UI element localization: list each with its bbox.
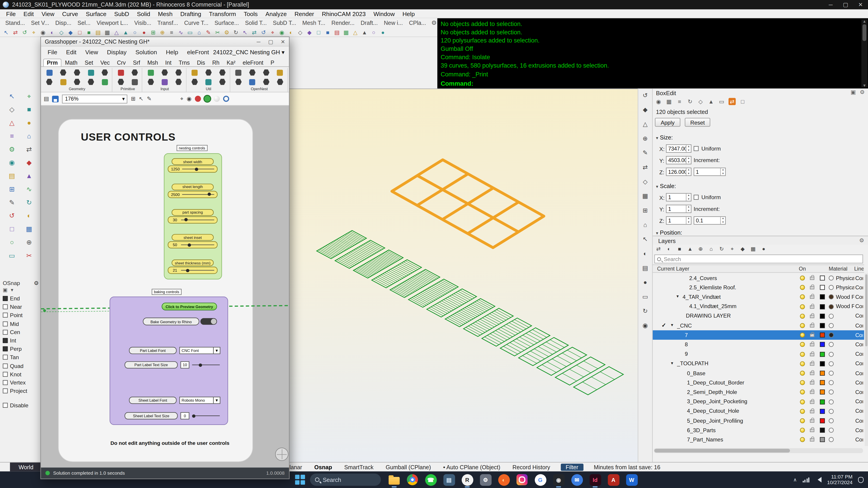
- sidebar-tool-icon[interactable]: ⊞: [5, 185, 19, 194]
- sidebar-tool-icon[interactable]: ▤: [5, 172, 19, 181]
- gh-component-icon[interactable]: [249, 79, 255, 85]
- minimize-button[interactable]: ─: [823, 2, 838, 8]
- layer-row[interactable]: ▾_TOOLPATHContinuous: [653, 359, 864, 368]
- gh-ribbon-group-label[interactable]: OpenNest: [232, 86, 286, 92]
- layer-row[interactable]: 6_3D_PartsContinuous: [653, 426, 864, 435]
- gh-param-label[interactable]: Sheet Label Text Size: [125, 412, 178, 420]
- osnap-disable[interactable]: Disable: [0, 401, 41, 410]
- menu-item[interactable]: Mesh: [154, 10, 176, 17]
- side-tool-icon[interactable]: ⊕: [643, 135, 648, 142]
- gh-number-value[interactable]: 0: [180, 412, 189, 420]
- gh-tab[interactable]: Crv: [113, 59, 129, 66]
- layer-lock-icon[interactable]: [810, 334, 814, 337]
- layer-row[interactable]: DRAWING LAYERContinuous: [653, 312, 864, 321]
- layer-lock-icon[interactable]: [810, 276, 814, 280]
- gh-component-icon[interactable]: [131, 69, 138, 76]
- layer-color-swatch[interactable]: [820, 361, 825, 366]
- nested-part[interactable]: [500, 328, 550, 356]
- gh-component-icon[interactable]: [88, 69, 94, 75]
- layer-color-swatch[interactable]: [820, 285, 825, 290]
- side-tool-icon[interactable]: △: [643, 121, 648, 128]
- layer-lock-icon[interactable]: [810, 381, 814, 385]
- toolbar-icon[interactable]: ▦: [103, 28, 112, 36]
- layer-name[interactable]: 2.4_Covers: [689, 274, 717, 281]
- gh-component-icon[interactable]: [263, 79, 270, 85]
- start-button[interactable]: [295, 475, 305, 485]
- gh-canvas[interactable]: USER CONTROLS nesting controls baking co…: [41, 106, 289, 468]
- layers-hscrollbar[interactable]: [654, 448, 863, 453]
- scale-section-header[interactable]: ▾Scale:: [656, 183, 676, 189]
- side-tool-icon[interactable]: ↻: [643, 307, 648, 315]
- toolbar-icon[interactable]: ○: [130, 28, 140, 36]
- gear-icon[interactable]: ⚙: [34, 280, 39, 286]
- layer-row[interactable]: 9Continuous: [653, 350, 864, 359]
- gh-slider-name[interactable]: sheet width: [172, 158, 214, 165]
- gh-menu-item[interactable]: Edit: [62, 48, 81, 55]
- osnap-item[interactable]: Near: [0, 303, 41, 311]
- gh-tab[interactable]: Dis: [193, 59, 209, 66]
- taskbar-clock[interactable]: 11:07 PM 10/27/2024: [827, 474, 852, 486]
- layer-name[interactable]: _TOOLPATH: [677, 360, 708, 366]
- toolbar-icon[interactable]: ◐: [48, 28, 57, 36]
- gh-slider-handle[interactable]: [195, 167, 198, 171]
- side-tool-icon[interactable]: ◐: [643, 250, 647, 257]
- toolbar-button[interactable]: Solid T...: [242, 20, 270, 26]
- status-item[interactable]: Osnap: [308, 464, 338, 470]
- layer-lock-icon[interactable]: [810, 343, 814, 347]
- layer-visibility-icon[interactable]: [800, 399, 805, 404]
- layer-color-swatch[interactable]: [820, 304, 825, 309]
- group-label[interactable]: nesting controls: [177, 145, 207, 151]
- layer-row[interactable]: 3_Deep_Joint_PocketingContinuous: [653, 397, 864, 406]
- toolbar-button[interactable]: New i...: [381, 20, 406, 26]
- layer-lock-icon[interactable]: [810, 286, 814, 290]
- menu-item[interactable]: Tools: [240, 10, 261, 17]
- layer-material-icon[interactable]: [829, 437, 834, 442]
- gh-component-icon[interactable]: [277, 69, 283, 75]
- layers-tool-icon[interactable]: ⌂: [708, 246, 715, 252]
- panel-tab-icon[interactable]: ↻: [686, 98, 694, 105]
- gh-slider-name[interactable]: part spacing: [172, 209, 214, 216]
- spinner[interactable]: ▲▼: [686, 194, 691, 201]
- toolbar-icon[interactable]: △: [351, 28, 360, 36]
- menu-item[interactable]: File: [2, 10, 20, 17]
- toolbar-icon[interactable]: ◉: [277, 28, 286, 36]
- toolbar-icon[interactable]: ⊞: [149, 28, 158, 36]
- minimize-button[interactable]: ─: [252, 38, 265, 44]
- gh-component-icon[interactable]: [191, 79, 198, 85]
- taskbar-search[interactable]: Search: [310, 474, 381, 486]
- toolbar-icon[interactable]: ○: [369, 28, 378, 36]
- notification-icon[interactable]: [858, 477, 864, 483]
- gh-menu-item[interactable]: File: [43, 48, 62, 55]
- size-x-field[interactable]: 7347.00▲▼: [666, 144, 691, 153]
- layer-lock-icon[interactable]: [810, 372, 814, 375]
- layer-color-swatch[interactable]: [820, 380, 825, 385]
- gh-tab[interactable]: P: [267, 59, 278, 66]
- layer-visibility-icon[interactable]: [800, 304, 805, 309]
- gh-component-icon[interactable]: [263, 69, 270, 76]
- layer-name[interactable]: 2_Semi_Depth_Hole: [687, 389, 737, 395]
- panel-tab-icon[interactable]: ≡: [676, 98, 683, 105]
- toolbar-button[interactable]: Curve T...: [181, 20, 211, 26]
- gh-ribbon-group-label[interactable]: Input: [145, 86, 185, 92]
- instagram-icon[interactable]: [515, 473, 529, 486]
- column-on[interactable]: On: [799, 266, 810, 272]
- gh-tab[interactable]: Msh: [144, 59, 162, 66]
- layer-color-swatch[interactable]: [820, 275, 825, 281]
- layer-name[interactable]: 8: [685, 341, 688, 348]
- layer-visibility-icon[interactable]: [800, 390, 805, 395]
- side-tool-icon[interactable]: ▤: [642, 264, 648, 272]
- spinner[interactable]: ▲▼: [686, 217, 691, 224]
- osnap-disable-checkbox[interactable]: [3, 403, 8, 408]
- panel-tab-icon[interactable]: ▭: [718, 98, 725, 105]
- column-current-layer[interactable]: Current Layer: [657, 266, 723, 272]
- toolbar-icon[interactable]: ∿: [176, 28, 185, 36]
- layer-material-icon[interactable]: [829, 295, 834, 299]
- gh-component-icon[interactable]: [235, 79, 242, 85]
- gh-menu-item[interactable]: Solution: [131, 48, 161, 55]
- layer-lock-icon[interactable]: [810, 305, 814, 308]
- toolbar-icon[interactable]: ↖: [2, 28, 11, 36]
- scroll-down-icon[interactable]: ▼: [863, 84, 866, 88]
- layer-row[interactable]: 2.5_Klemliste Roof.PhysicalContinuous: [653, 283, 864, 292]
- sidebar-tool-icon[interactable]: ◉: [5, 159, 19, 167]
- sidebar-tool-icon[interactable]: ⊕: [22, 238, 36, 247]
